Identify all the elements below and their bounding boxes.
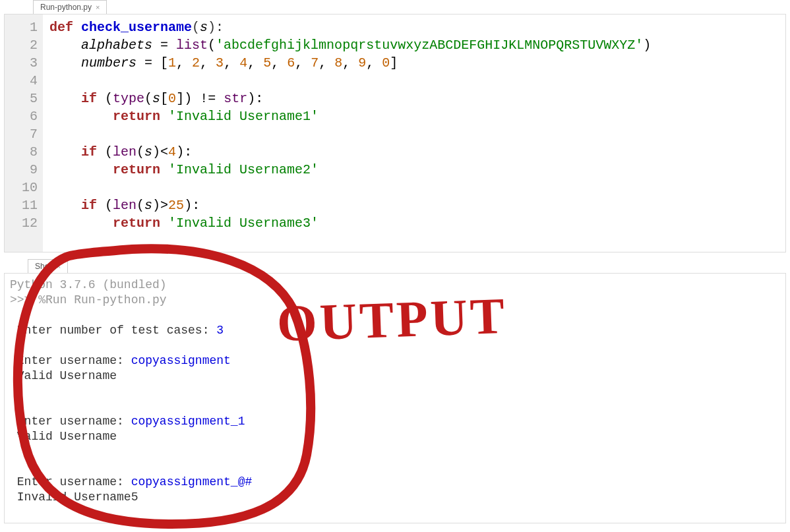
num: 8 (334, 55, 342, 71)
paren: ): (184, 198, 200, 213)
result-line: Valid Username (10, 430, 117, 443)
editor-tab[interactable]: Run-python.py × (33, 0, 107, 14)
builtin-type: type (113, 91, 144, 106)
paren: ( (192, 20, 200, 35)
close-icon[interactable]: × (57, 262, 61, 270)
var-s: s (144, 198, 152, 213)
line-number: 9 (14, 161, 38, 179)
paren: ( (144, 91, 152, 106)
indent (49, 91, 81, 106)
line-number: 10 (14, 179, 38, 196)
tc-value: 3 (216, 324, 224, 337)
comma: , (295, 55, 311, 71)
paren: ) (643, 38, 651, 53)
shell-panel[interactable]: Python 3.7.6 (bundled) >>> %Run Run-pyth… (4, 273, 786, 523)
kw-if: if (81, 91, 97, 106)
paren: ( (97, 144, 113, 160)
shell-tab[interactable]: Shell × (28, 259, 68, 273)
comma: , (176, 55, 192, 71)
string-literal: 'Invalid Username3' (168, 216, 319, 231)
builtin-len: len (113, 198, 137, 213)
username-prompt: Enter username: (10, 475, 131, 488)
indent (49, 55, 81, 71)
builtin-str: str (224, 91, 247, 106)
username-prompt: Enter username: (10, 354, 131, 367)
string-literal: 'Invalid Username1' (168, 109, 319, 124)
close-icon[interactable]: × (96, 3, 100, 11)
line-number: 8 (14, 143, 38, 161)
code-editor[interactable]: 1 2 3 4 5 6 7 8 9 10 11 12 def check_use… (4, 14, 786, 252)
num: 25 (168, 198, 184, 213)
var-s: s (144, 144, 152, 160)
indent (49, 109, 113, 124)
function-name: check_username (81, 20, 192, 35)
comma: , (200, 55, 216, 71)
op: )< (152, 144, 168, 160)
var-numbers: numbers (81, 55, 137, 71)
indent (49, 162, 113, 177)
space (160, 216, 168, 231)
kw-if: if (81, 198, 97, 213)
editor-tab-bar: Run-python.py × (0, 0, 790, 14)
code-content[interactable]: def check_username(s): alphabets = list(… (43, 15, 785, 252)
num: 4 (239, 55, 247, 71)
shell-tab-bar: Shell × (0, 259, 790, 273)
paren: ): (247, 91, 263, 106)
bracket: [ (160, 91, 168, 106)
param-s: s (200, 20, 208, 35)
indent (49, 38, 81, 53)
kw-return: return (113, 109, 160, 124)
bracket: ] (390, 55, 398, 71)
num: 3 (216, 55, 224, 71)
op-eq: = [ (137, 55, 168, 71)
num: 9 (358, 55, 366, 71)
line-number: 4 (14, 72, 38, 90)
num: 1 (168, 55, 176, 71)
builtin-list: list (176, 38, 208, 53)
kw-return: return (113, 162, 160, 177)
num: 5 (263, 55, 271, 71)
string-literal: 'abcdefghijklmnopqrstuvwxyzABCDEFGHIJKLM… (216, 38, 643, 53)
paren: ( (137, 198, 144, 213)
line-number: 7 (14, 125, 38, 143)
num: 0 (168, 91, 176, 106)
indent (49, 216, 113, 231)
num: 4 (168, 144, 176, 160)
line-number: 5 (14, 90, 38, 107)
op: ]) != (176, 91, 224, 106)
line-gutter: 1 2 3 4 5 6 7 8 9 10 11 12 (5, 15, 43, 252)
paren: ( (208, 38, 216, 53)
kw-def: def (49, 20, 73, 35)
paren: ): (208, 20, 224, 35)
line-number: 11 (14, 196, 38, 214)
num: 2 (192, 55, 200, 71)
comma: , (247, 55, 263, 71)
num: 6 (287, 55, 295, 71)
op: )> (152, 198, 168, 213)
shell-prompt: >>> (10, 293, 38, 307)
line-number: 6 (14, 107, 38, 125)
line-number: 1 (14, 18, 38, 36)
comma: , (366, 55, 382, 71)
space (160, 109, 168, 124)
shell-run-cmd: %Run Run-python.py (38, 293, 166, 307)
line-number: 3 (14, 54, 38, 72)
paren: ( (97, 198, 113, 213)
num: 7 (311, 55, 319, 71)
var-alphabets: alphabets (81, 38, 152, 53)
comma: , (342, 55, 358, 71)
comma: , (224, 55, 239, 71)
kw-if: if (81, 144, 97, 160)
username-input: copyassignment (131, 354, 231, 367)
paren: ( (137, 144, 144, 160)
result-line: Valid Username (10, 369, 117, 382)
username-input: copyassignment_1 (131, 415, 245, 428)
indent (49, 198, 81, 213)
comma: , (319, 55, 334, 71)
username-input: copyassignment_@# (131, 475, 253, 488)
username-prompt: Enter username: (10, 415, 131, 428)
string-literal: 'Invalid Username2' (168, 162, 319, 177)
builtin-len: len (113, 144, 137, 160)
result-line: Invalid Username5 (10, 490, 138, 504)
editor-tab-label: Run-python.py (40, 3, 92, 12)
